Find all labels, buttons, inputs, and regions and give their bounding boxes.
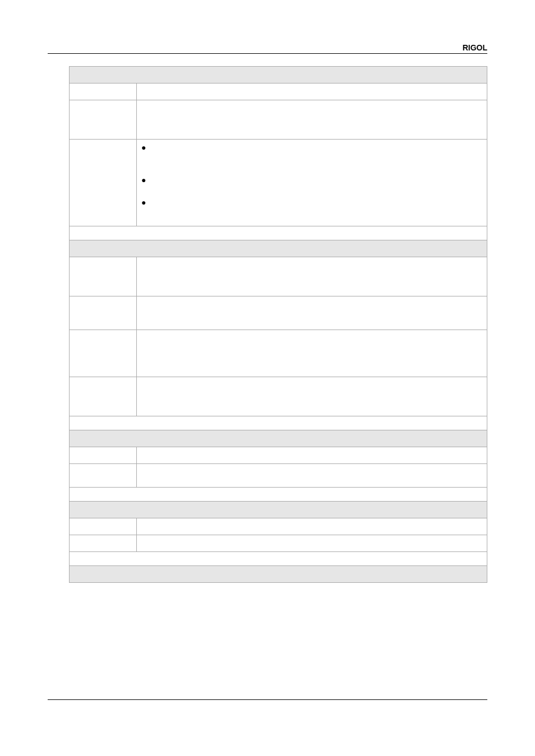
cell: [70, 330, 137, 377]
cell: [137, 296, 487, 330]
section-header: [70, 67, 487, 84]
cell: [70, 140, 137, 226]
section-header: [70, 566, 487, 583]
header-rule: [48, 53, 487, 54]
cell: [137, 464, 487, 488]
cell: [137, 84, 487, 100]
bullet-dot: ●: [141, 198, 157, 207]
cell: [70, 447, 137, 464]
bullet-item: ●: [141, 143, 482, 152]
main-content: ● ● ●: [69, 66, 487, 583]
cell: [137, 518, 487, 535]
cell: [137, 447, 487, 464]
section-header: [70, 240, 487, 257]
cell: [70, 535, 137, 552]
footer-rule: [48, 699, 487, 700]
spanning-cell: [70, 226, 487, 240]
cell: [137, 535, 487, 552]
section-header: [70, 430, 487, 447]
bullet-dot: ●: [141, 143, 157, 152]
cell: [137, 257, 487, 296]
cell: [137, 377, 487, 416]
cell: [137, 100, 487, 140]
cell: [70, 377, 137, 416]
brand-label: RIGOL: [463, 43, 487, 52]
cell: [70, 84, 137, 100]
cell: [70, 296, 137, 330]
cell: [70, 464, 137, 488]
cell: [70, 518, 137, 535]
bullet-dot: ●: [141, 175, 157, 184]
bullet-item: ●: [141, 198, 482, 207]
spanning-cell: [70, 552, 487, 566]
cell: [70, 257, 137, 296]
spanning-cell: [70, 416, 487, 430]
cell: [137, 330, 487, 377]
spanning-cell: [70, 488, 487, 502]
bullet-item: ●: [141, 175, 482, 184]
spec-table: ● ● ●: [69, 66, 487, 583]
cell-bullets: ● ● ●: [137, 140, 487, 226]
cell: [70, 100, 137, 140]
section-header: [70, 502, 487, 518]
